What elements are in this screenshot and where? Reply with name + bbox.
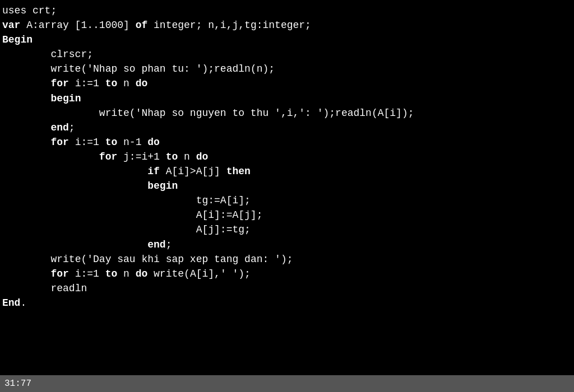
text-for3b: n (178, 151, 196, 162)
indent-17 (2, 239, 147, 250)
code-line-10: for i:=1 to n-1 do (2, 135, 572, 150)
kw-to1: to (105, 78, 118, 89)
text-readln: readln (50, 283, 87, 294)
kw-end2: end (147, 239, 165, 250)
indent-13 (2, 180, 147, 192)
status-bar: 31:77 (0, 375, 574, 392)
text-for3: j:=i+1 (117, 151, 165, 162)
text-end-dot: . (20, 297, 26, 309)
code-line-2: var A:array [1..1000] of integer; n,i,j,… (2, 18, 572, 32)
indent-19 (2, 268, 50, 279)
kw-begin2: begin (147, 180, 178, 192)
text-uses: uses crt; (2, 5, 57, 16)
text-if: A[i]>A[j] (160, 166, 226, 177)
kw-to3: to (166, 151, 178, 162)
indent-14 (2, 195, 196, 206)
indent-16 (2, 224, 196, 235)
text-for4: i:=1 (69, 268, 105, 279)
kw-to2: to (105, 137, 118, 148)
indent-6 (2, 78, 50, 89)
indent-9 (2, 122, 50, 133)
kw-var: var (2, 20, 20, 31)
kw-for3: for (99, 151, 117, 162)
code-line-20: readln (2, 281, 572, 296)
kw-of: of (136, 20, 148, 31)
code-line-9: end; (2, 120, 572, 135)
indent-12 (2, 166, 147, 177)
text-for1b: n (117, 78, 135, 89)
kw-for1: for (50, 78, 68, 89)
code-line-7: begin (2, 91, 572, 106)
code-line-21: End. (2, 296, 572, 310)
code-line-3: Begin (2, 32, 572, 47)
text-var2: integer; n,i,j,tg:integer; (147, 20, 311, 31)
indent-10 (2, 137, 50, 148)
indent-7 (2, 93, 50, 104)
kw-do3: do (196, 151, 209, 162)
text-var: A:array [1..1000] (20, 20, 135, 31)
code-line-8: write('Nhap so nguyen to thu ',i,': ');r… (2, 106, 572, 120)
code-line-16: A[j]:=tg; (2, 222, 572, 237)
kw-do4: do (136, 268, 148, 279)
code-line-12: if A[i]>A[j] then (2, 164, 572, 179)
text-for2: i:=1 (69, 137, 105, 148)
text-clrscr: clrscr; (2, 49, 93, 60)
code-line-5: write('Nhap so phan tu: ');readln(n); (2, 62, 572, 76)
kw-end-main: End (2, 297, 20, 309)
code-line-18: write('Day sau khi sap xep tang dan: '); (2, 252, 572, 267)
text-write4: write(A[i],' '); (147, 268, 251, 279)
kw-do2: do (147, 137, 160, 148)
cursor-position: 31:77 (4, 379, 31, 389)
kw-to4: to (105, 268, 118, 279)
text-ai: A[i]:=A[j]; (196, 209, 263, 221)
code-line-14: tg:=A[i]; (2, 193, 572, 208)
code-line-13: begin (2, 179, 572, 193)
text-for4b: n (117, 268, 135, 279)
code-line-11: for j:=i+1 to n do (2, 150, 572, 164)
text-aj: A[j]:=tg; (196, 224, 251, 235)
kw-end1: end (50, 122, 68, 133)
text-write3: write('Day sau khi sap xep tang dan: '); (50, 254, 293, 265)
code-line-4: clrscr; (2, 47, 572, 62)
kw-begin1: begin (50, 93, 81, 104)
text-end2: ; (166, 239, 172, 250)
code-line-19: for i:=1 to n do write(A[i],' '); (2, 267, 572, 281)
indent-20 (2, 283, 50, 294)
text-end1: ; (69, 122, 75, 133)
code-line-1: uses crt; (2, 3, 572, 18)
text-for2b: n-1 (117, 137, 147, 148)
code-line-6: for i:=1 to n do (2, 76, 572, 91)
text-for1: i:=1 (69, 78, 105, 89)
kw-for2: for (50, 137, 68, 148)
text-write2: write('Nhap so nguyen to thu ',i,': ');r… (99, 108, 414, 119)
indent-15 (2, 209, 196, 221)
code-editor: uses crt; var A:array [1..1000] of integ… (0, 0, 574, 375)
kw-for4: for (50, 268, 68, 279)
indent-18 (2, 254, 50, 265)
indent-11 (2, 151, 99, 162)
kw-then: then (226, 166, 251, 177)
text-write1: write('Nhap so phan tu: ');readln(n); (2, 63, 275, 74)
text-tg1: tg:=A[i]; (196, 195, 251, 206)
indent-8 (2, 108, 99, 119)
kw-begin-main: Begin (2, 34, 33, 45)
code-line-15: A[i]:=A[j]; (2, 208, 572, 222)
kw-do1: do (136, 78, 148, 89)
code-line-17: end; (2, 237, 572, 252)
kw-if: if (147, 166, 160, 177)
